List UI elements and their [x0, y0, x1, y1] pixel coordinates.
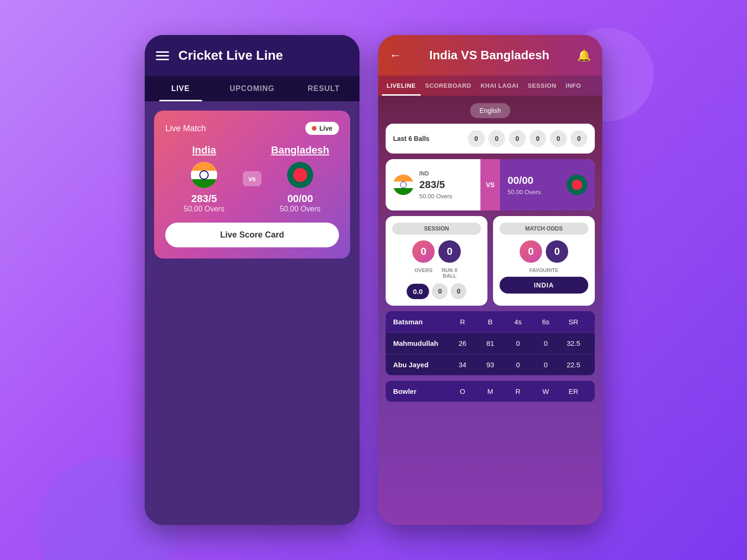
match-card: Live Match Live India: [154, 111, 350, 259]
6s-col-header: 6s: [532, 318, 559, 326]
batsman-2-4s: 0: [504, 361, 532, 369]
ball-3: 0: [509, 130, 526, 147]
session-odds-row: SESSION 0 0 OVERS RUN X BALL 0.0 0 0: [386, 216, 595, 306]
batsman-2-b: 93: [476, 361, 504, 369]
tab-live[interactable]: LIVE: [145, 76, 216, 101]
screens-container: Cricket Live Line LIVE UPCOMING RESULT L…: [145, 35, 602, 525]
hamburger-icon[interactable]: [156, 51, 169, 60]
ball-4: 0: [529, 130, 546, 147]
last-6-balls-card: Last 6 Balls 0 0 0 0 0 0: [386, 124, 595, 154]
session-rxb-circle: 0: [438, 240, 461, 263]
batsman-1-4s: 0: [504, 339, 532, 347]
left-header: Cricket Live Line: [145, 35, 359, 76]
vs-badge: vs: [243, 171, 261, 186]
team-india: India 283/5 50.00 Overs: [165, 144, 243, 213]
session-bottom: 0.0 0 0: [392, 283, 481, 299]
india-flag-sm: [393, 175, 414, 195]
run-x-ball-label: RUN X BALL: [438, 267, 461, 279]
india-score: 283/5: [165, 193, 243, 205]
live-score-card-button[interactable]: Live Score Card: [165, 223, 339, 247]
session-box: SESSION 0 0 OVERS RUN X BALL 0.0 0 0: [386, 216, 487, 306]
match-title: India VS Bangladesh: [429, 48, 549, 63]
language-pill[interactable]: English: [470, 103, 510, 118]
match-odds-numbers: 0 0: [500, 240, 588, 263]
favourite-label: FAVOURITE: [500, 267, 588, 273]
favourite-team-btn[interactable]: INDIA: [500, 277, 588, 294]
ind-abbr: IND: [419, 170, 452, 177]
ban-flag-sm: [567, 175, 587, 195]
live-dot: [312, 126, 317, 131]
session-header: SESSION: [392, 223, 481, 235]
match-card-header: Live Match Live: [165, 122, 339, 135]
batsman-header-row: Batsman R B 4s 6s SR: [386, 311, 595, 333]
batsman-2-name: Abu Jayed: [393, 361, 449, 369]
match-odds-box: MATCH ODDS 0 0 FAVOURITE INDIA: [493, 216, 595, 306]
left-content: Live Match Live India: [145, 101, 359, 525]
r-col-header: R: [449, 318, 476, 326]
batsman-1-r: 26: [449, 339, 476, 347]
match-odds-val1: 0: [520, 240, 542, 263]
tab-scoreboard[interactable]: SCOREBOARD: [421, 76, 476, 96]
ball-6: 0: [571, 130, 587, 147]
bangladesh-score: 00/00: [261, 193, 339, 205]
session-oval: 0.0: [407, 284, 430, 299]
live-match-label: Live Match: [165, 124, 206, 133]
india-name: India: [165, 144, 243, 156]
score-right: 00/00 50.00 Overs: [500, 159, 595, 210]
ban-circle: [293, 168, 307, 182]
right-phone: ← India VS Bangladesh 🔔 LIVELINE SCOREBO…: [378, 35, 602, 525]
r-bowler-col-header: R: [504, 387, 532, 395]
ball-5: 0: [550, 130, 567, 147]
batsman-col-header: Batsman: [393, 318, 449, 326]
tab-liveline[interactable]: LIVELINE: [382, 76, 421, 96]
4s-col-header: 4s: [504, 318, 532, 326]
ind-runs: 283/5: [419, 179, 452, 191]
teams-row: India 283/5 50.00 Overs vs Bangladesh: [165, 144, 339, 213]
batsman-1-b: 81: [476, 339, 504, 347]
bangladesh-overs: 50.00 Overs: [261, 205, 339, 213]
score-vs: VS: [480, 159, 500, 210]
india-flag: [191, 162, 217, 188]
tab-result[interactable]: RESULT: [288, 76, 359, 101]
o-col-header: O: [449, 387, 476, 395]
india-overs: 50.00 Overs: [165, 205, 243, 213]
bangladesh-name: Bangladesh: [261, 144, 339, 156]
session-overs-circle: 0: [412, 240, 435, 263]
match-odds-val2: 0: [546, 240, 568, 263]
right-content: English Last 6 Balls 0 0 0 0 0 0: [378, 96, 602, 525]
live-badge-text: Live: [319, 125, 332, 132]
batsman-1-sr: 32.5: [560, 339, 587, 347]
live-badge: Live: [305, 122, 339, 135]
ban-runs: 00/00: [507, 175, 541, 187]
tab-upcoming[interactable]: UPCOMING: [216, 76, 288, 101]
right-header: ← India VS Bangladesh 🔔: [378, 35, 602, 76]
w-col-header: W: [532, 387, 559, 395]
ban-overs: 50.00 Overs: [507, 189, 541, 196]
ban-circle-sm: [572, 180, 582, 190]
tab-session[interactable]: SESSION: [523, 76, 561, 96]
bell-icon[interactable]: 🔔: [577, 49, 591, 62]
b-col-header: B: [476, 318, 504, 326]
batsman-row-1: Mahmudullah 26 81 0 0 32.5: [386, 333, 595, 354]
tab-khai-lagai[interactable]: KHAI LAGAI: [476, 76, 523, 96]
batsman-2-sr: 22.5: [560, 361, 587, 369]
session-labels: OVERS RUN X BALL: [392, 267, 481, 279]
ind-score-info: IND 283/5 50.00 Overs: [419, 170, 452, 200]
ball-2: 0: [488, 130, 505, 147]
bangladesh-flag: [287, 162, 313, 188]
back-button[interactable]: ←: [389, 48, 402, 63]
ball-1: 0: [468, 130, 485, 147]
team-bangladesh: Bangladesh 00/00 50.00 Overs: [261, 144, 339, 213]
bowler-table: Bowler O M R W ER: [386, 381, 595, 402]
overs-label: OVERS: [412, 267, 435, 279]
balls-label: Last 6 Balls: [393, 135, 430, 142]
batsman-table: Batsman R B 4s 6s SR Mahmudullah 26 81 0…: [386, 311, 595, 375]
tab-info[interactable]: INFO: [561, 76, 586, 96]
er-col-header: ER: [560, 387, 587, 395]
batsman-1-name: Mahmudullah: [393, 339, 449, 347]
m-col-header: M: [476, 387, 504, 395]
ind-overs: 50.00 Overs: [419, 193, 452, 200]
batsman-2-r: 34: [449, 361, 476, 369]
bowler-col-header: Bowler: [393, 387, 449, 395]
score-left: IND 283/5 50.00 Overs: [386, 159, 480, 210]
